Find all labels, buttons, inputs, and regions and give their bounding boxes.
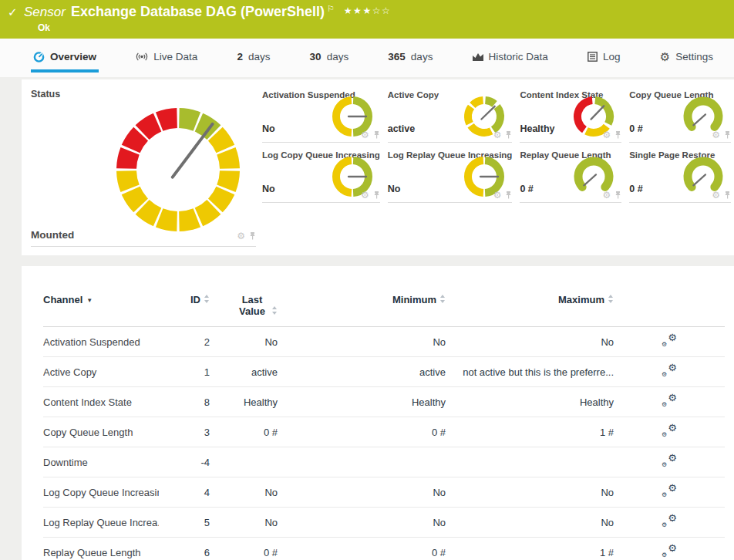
- channel-value: active: [388, 123, 415, 134]
- channel-gauge-tile: Single Page Restore 0 # ⚙: [629, 147, 731, 203]
- channel-gauge-tile: Activation Suspended No ⚙: [262, 87, 380, 143]
- cell-id: 8: [159, 387, 210, 417]
- table-row: Log Replay Queue Increa... 5 No No No ⚙ …: [43, 508, 725, 538]
- cell-minimum: 0 #: [278, 417, 446, 447]
- channels-table-body: Activation Suspended 2 No No No ⚙ ⚙ Acti…: [43, 327, 725, 560]
- channel-value: Healthy: [520, 123, 554, 134]
- sort-icon: [271, 306, 278, 315]
- pin-icon[interactable]: [372, 130, 380, 140]
- channel-settings-icon[interactable]: ⚙ ⚙: [662, 394, 677, 407]
- channel-settings-icon[interactable]: ⚙ ⚙: [662, 334, 677, 347]
- cell-channel: Active Copy: [43, 357, 159, 387]
- gear-icon[interactable]: ⚙: [602, 191, 611, 200]
- pin-icon[interactable]: [723, 130, 731, 140]
- cell-minimum: [278, 447, 446, 477]
- pin-icon[interactable]: [723, 191, 731, 200]
- table-row: Log Copy Queue Increasing 4 No No No ⚙ ⚙: [43, 477, 725, 508]
- table-row: Activation Suspended 2 No No No ⚙ ⚙: [43, 327, 725, 357]
- sort-icon: [439, 295, 446, 303]
- channel-settings-icon[interactable]: ⚙ ⚙: [662, 424, 677, 437]
- tab-settings[interactable]: ⚙ Settings: [658, 44, 715, 73]
- tab-live-data[interactable]: Live Data: [133, 44, 200, 73]
- gear-icon[interactable]: ⚙: [493, 191, 502, 200]
- cell-maximum: not active but this is the preferre...: [446, 357, 614, 387]
- gear-icon[interactable]: ⚙: [237, 231, 245, 241]
- tab-log[interactable]: Log: [585, 44, 623, 73]
- column-header-id[interactable]: ID: [159, 266, 210, 327]
- column-header-channel[interactable]: Channel▼: [43, 266, 159, 327]
- cell-id: 2: [159, 327, 210, 357]
- channel-value: 0 #: [629, 123, 642, 134]
- channel-value: 0 #: [629, 184, 642, 194]
- status-overview-panel: Status Mounted ⚙ Activation Suspended No…: [22, 79, 734, 255]
- tab-30-days[interactable]: 30 days: [308, 44, 352, 73]
- cell-maximum: Healthy: [446, 387, 614, 417]
- channel-settings-icon[interactable]: ⚙ ⚙: [662, 514, 677, 528]
- channel-gauge-tile: Log Copy Queue Increasing No ⚙: [262, 147, 380, 203]
- broadcast-icon: [136, 52, 148, 62]
- channel-settings-icon[interactable]: ⚙ ⚙: [662, 364, 677, 377]
- gear-icon[interactable]: ⚙: [602, 130, 611, 140]
- cell-channel: Content Index State: [43, 387, 159, 417]
- tab-historic-data[interactable]: Historic Data: [470, 44, 550, 73]
- pin-icon[interactable]: [372, 191, 380, 200]
- log-icon: [588, 52, 598, 62]
- column-header-last-value[interactable]: Last Value: [210, 266, 278, 327]
- cell-last-value: [210, 447, 278, 477]
- cell-maximum: 1 #: [446, 417, 614, 447]
- channel-gauge-tile: Content Index State Healthy ⚙: [520, 87, 621, 143]
- channel-settings-icon[interactable]: ⚙ ⚙: [662, 545, 677, 558]
- pin-icon[interactable]: [504, 130, 512, 140]
- table-row: Content Index State 8 Healthy Healthy He…: [43, 387, 725, 417]
- cell-minimum: active: [278, 357, 446, 387]
- tab-overview[interactable]: Overview: [31, 44, 99, 73]
- cell-id: 4: [159, 477, 210, 508]
- priority-stars[interactable]: ★★★☆☆: [344, 5, 391, 16]
- pin-icon[interactable]: [248, 231, 256, 241]
- status-value: Mounted: [31, 229, 74, 241]
- cell-minimum: No: [278, 508, 446, 538]
- gear-icon[interactable]: ⚙: [712, 130, 720, 140]
- sensor-header-banner: ✓ SensorExchange Database DAG (PowerShel…: [0, 0, 734, 39]
- channel-value: No: [262, 123, 275, 134]
- gear-icon[interactable]: ⚙: [712, 191, 720, 200]
- cell-last-value: No: [210, 477, 278, 508]
- channel-value: 0 #: [520, 184, 533, 194]
- sensor-title: Exchange Database DAG (PowerShell): [71, 4, 325, 19]
- cell-id: 6: [159, 538, 210, 560]
- cell-maximum: No: [446, 477, 614, 508]
- object-type-label: Sensor: [24, 5, 66, 19]
- cell-id: 1: [159, 357, 210, 387]
- table-row: Replay Queue Length 6 0 # 0 # 1 # ⚙ ⚙: [43, 538, 725, 560]
- cell-minimum: 0 #: [278, 538, 446, 560]
- channel-settings-icon[interactable]: ⚙ ⚙: [662, 484, 677, 498]
- table-row: Copy Queue Length 3 0 # 0 # 1 # ⚙ ⚙: [43, 417, 725, 447]
- gauge-icon: [33, 51, 45, 62]
- pin-icon[interactable]: [504, 191, 512, 200]
- column-header-maximum[interactable]: Maximum: [446, 266, 614, 327]
- cell-last-value: No: [210, 508, 278, 538]
- gear-icon[interactable]: ⚙: [361, 191, 369, 200]
- gear-icon[interactable]: ⚙: [361, 130, 369, 140]
- cell-minimum: No: [278, 327, 446, 357]
- flag-icon[interactable]: ⚐: [327, 4, 335, 13]
- pin-icon[interactable]: [614, 130, 621, 140]
- sort-desc-icon: ▼: [86, 297, 93, 304]
- channel-value: No: [262, 184, 275, 194]
- column-header-minimum[interactable]: Minimum: [278, 266, 446, 327]
- channel-settings-icon[interactable]: ⚙ ⚙: [662, 454, 677, 467]
- pin-icon[interactable]: [614, 191, 621, 200]
- table-row: Downtime -4 ⚙ ⚙: [43, 447, 725, 477]
- table-row: Active Copy 1 active active not active b…: [43, 357, 725, 387]
- cell-id: 5: [159, 508, 210, 538]
- tab-2-days[interactable]: 2 days: [234, 44, 272, 73]
- tab-365-days[interactable]: 365 days: [386, 44, 435, 73]
- channels-table: Channel▼ ID Last Value Minimum Maximum: [43, 266, 725, 560]
- gear-icon[interactable]: ⚙: [493, 130, 502, 140]
- cell-channel: Downtime: [43, 447, 159, 477]
- channel-value: No: [388, 184, 401, 194]
- status-channel-label: Status: [31, 89, 60, 100]
- cell-last-value: active: [210, 357, 278, 387]
- cell-last-value: Healthy: [210, 387, 278, 417]
- cell-channel: Log Replay Queue Increa...: [43, 508, 159, 538]
